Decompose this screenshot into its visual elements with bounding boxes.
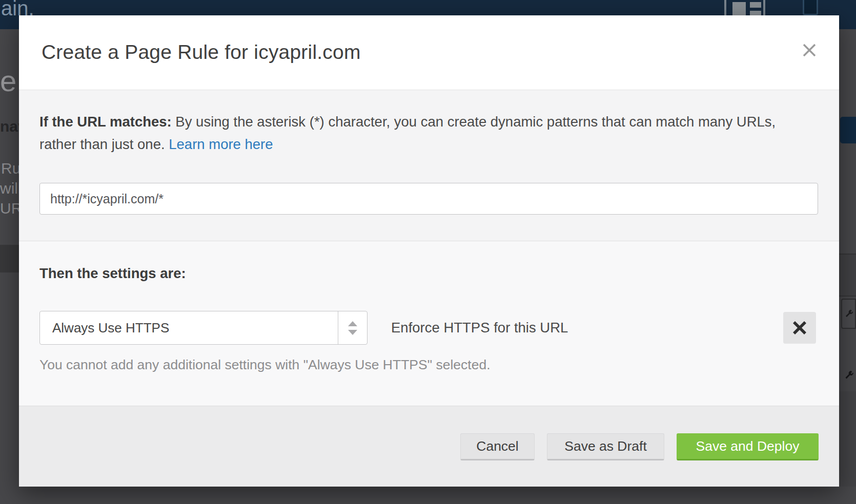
select-stepper-icon xyxy=(338,311,367,344)
url-pattern-input[interactable] xyxy=(39,183,818,215)
dialog-footer: Cancel Save as Draft Save and Deploy xyxy=(19,406,839,487)
setting-select-value: Always Use HTTPS xyxy=(52,311,169,344)
wrench-icon xyxy=(841,299,856,329)
dialog-header: Create a Page Rule for icyapril.com xyxy=(19,15,839,90)
settings-section: Then the settings are: Always Use HTTPS … xyxy=(19,241,839,406)
wrench-icon xyxy=(843,367,856,384)
url-match-label: If the URL matches: xyxy=(39,114,172,130)
background-table-header-fragment xyxy=(0,245,19,272)
footer-buttons: Cancel Save as Draft Save and Deploy xyxy=(460,433,819,460)
learn-more-link[interactable]: Learn more here xyxy=(169,136,273,152)
url-match-description: If the URL matches: By using the asteris… xyxy=(39,111,803,156)
background-fragment xyxy=(839,391,856,487)
remove-setting-icon xyxy=(792,320,807,335)
close-icon[interactable] xyxy=(797,38,822,62)
setting-row: Always Use HTTPS Enforce HTTPS for this … xyxy=(19,311,839,345)
setting-select[interactable]: Always Use HTTPS xyxy=(39,311,368,345)
background-button-fragment xyxy=(840,117,856,143)
background-text-fragment: e xyxy=(0,64,16,98)
save-as-draft-button[interactable]: Save as Draft xyxy=(547,433,664,460)
save-and-deploy-button[interactable]: Save and Deploy xyxy=(677,433,819,460)
background-text-fragment: Ru xyxy=(1,160,21,177)
create-page-rule-dialog: Create a Page Rule for icyapril.com If t… xyxy=(19,15,839,487)
background-row-fragment xyxy=(839,254,856,297)
notification-icon xyxy=(803,0,818,15)
background-text-fragment: will xyxy=(0,180,22,197)
setting-note: You cannot add any additional settings w… xyxy=(39,357,491,373)
url-match-section: If the URL matches: By using the asteris… xyxy=(19,90,839,241)
dialog-title: Create a Page Rule for icyapril.com xyxy=(42,41,361,64)
setting-description: Enforce HTTPS for this URL xyxy=(391,311,568,345)
cancel-button[interactable]: Cancel xyxy=(460,433,535,460)
settings-heading: Then the settings are: xyxy=(39,265,186,282)
screen: ain. e nav Ru will UR Create a Page Rule… xyxy=(0,0,856,504)
remove-setting-button[interactable] xyxy=(783,312,816,344)
